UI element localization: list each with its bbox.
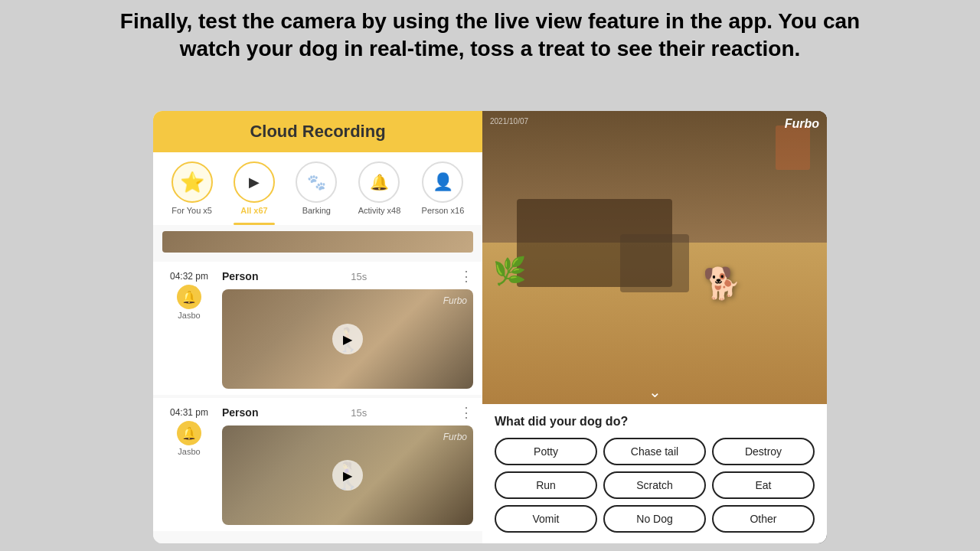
recording-item-1: 04:32 pm 🔔 Jasbo Person 15s ⋮ 🚶 xyxy=(153,262,482,395)
for-you-icon-circle: ⭐ xyxy=(172,161,213,203)
person-icon: 👤 xyxy=(433,172,453,192)
decor-item xyxy=(776,126,810,169)
all-icon-circle: ▶ xyxy=(234,161,275,203)
user-icon-2: 🔔 xyxy=(177,421,201,445)
recording-content-1: Person 15s ⋮ 🚶 Furbo ▶ xyxy=(222,268,473,389)
play-button-2[interactable]: ▶ xyxy=(332,460,363,491)
more-options-2[interactable]: ⋮ xyxy=(459,404,473,421)
recording-user-1: Jasbo xyxy=(178,311,200,320)
main-container: Cloud Recording ⭐ For You x5 ▶ All x67 xyxy=(153,111,827,543)
top-partial-thumbnail xyxy=(153,231,482,262)
recording-type-2: Person xyxy=(222,406,258,419)
datetime-overlay: 2021/10/07 xyxy=(490,117,528,126)
recording-type-1: Person xyxy=(222,270,258,282)
recording-user-2: Jasbo xyxy=(178,447,200,456)
filter-person[interactable]: 👤 Person x16 xyxy=(422,161,465,225)
activity-chase-tail[interactable]: Chase tail xyxy=(603,438,706,465)
filter-for-you-label: For You x5 xyxy=(172,206,212,215)
activity-row-2: Run Scratch Eat xyxy=(495,471,815,499)
person-icon-circle: 👤 xyxy=(422,161,463,203)
recording-thumbnail-2[interactable]: 🚶‍♀️ Furbo ▶ xyxy=(222,425,473,525)
cloud-recording-header: Cloud Recording xyxy=(153,111,482,152)
star-icon: ⭐ xyxy=(180,171,204,194)
activity-potty[interactable]: Potty xyxy=(495,438,597,465)
play-icon: ▶ xyxy=(249,174,260,191)
live-view-area: 🐕 🌿 Furbo 2021/10/07 ⌄ xyxy=(482,111,827,404)
top-banner: Finally, test the camera by using the li… xyxy=(8,8,972,64)
activity-buttons: Potty Chase tail Destroy Run Scratch Eat… xyxy=(495,438,815,533)
top-text-line2: watch your dog in real-time, toss a trea… xyxy=(180,37,801,60)
right-panel: 🐕 🌿 Furbo 2021/10/07 ⌄ What did your dog… xyxy=(482,111,827,543)
activity-icon: 🔔 xyxy=(370,173,389,191)
dog-activity-panel: What did your dog do? Potty Chase tail D… xyxy=(482,404,827,543)
dog-silhouette: 🐕 xyxy=(703,266,741,302)
recording-meta-1: Person 15s ⋮ xyxy=(222,268,473,285)
activity-scratch[interactable]: Scratch xyxy=(603,471,706,499)
recording-meta-2: Person 15s ⋮ xyxy=(222,404,473,421)
barking-icon-circle: 🐾 xyxy=(296,161,337,203)
recording-time-1: 04:32 pm xyxy=(170,271,208,282)
activity-vomit[interactable]: Vomit xyxy=(495,505,597,533)
activity-row-1: Potty Chase tail Destroy xyxy=(495,438,815,465)
recording-duration-1: 15s xyxy=(351,271,367,282)
activity-other[interactable]: Other xyxy=(712,505,815,533)
filter-for-you[interactable]: ⭐ For You x5 xyxy=(172,161,213,225)
cloud-recording-title: Cloud Recording xyxy=(250,122,385,141)
left-panel: Cloud Recording ⭐ For You x5 ▶ All x67 xyxy=(153,111,482,543)
filter-barking-label: Barking xyxy=(302,206,331,215)
user-icon-1: 🔔 xyxy=(177,285,201,309)
partial-thumb xyxy=(162,231,473,253)
furbo-watermark-1: Furbo xyxy=(443,295,467,306)
activity-eat[interactable]: Eat xyxy=(712,471,815,499)
furbo-watermark-2: Furbo xyxy=(443,432,467,442)
activity-destroy[interactable]: Destroy xyxy=(712,438,815,465)
activity-no-dog[interactable]: No Dog xyxy=(603,505,706,533)
filter-all[interactable]: ▶ All x67 xyxy=(234,161,275,225)
furbo-brand: Furbo xyxy=(785,117,819,131)
recording-time-block-1: 04:32 pm 🔔 Jasbo xyxy=(162,268,216,320)
filter-row: ⭐ For You x5 ▶ All x67 🐾 Barking xyxy=(153,152,482,225)
filter-barking[interactable]: 🐾 Barking xyxy=(296,161,337,225)
play-button-1[interactable]: ▶ xyxy=(332,324,363,354)
top-text-line1: Finally, test the camera by using the li… xyxy=(120,9,860,33)
recording-time-2: 04:31 pm xyxy=(170,407,208,418)
recording-content-2: Person 15s ⋮ 🚶‍♀️ Furbo ▶ xyxy=(222,404,473,525)
recording-duration-2: 15s xyxy=(351,407,367,419)
user-avatar-icon-2: 🔔 xyxy=(181,426,197,441)
recording-time-block-2: 04:31 pm 🔔 Jasbo xyxy=(162,404,216,456)
barking-icon: 🐾 xyxy=(307,173,326,191)
activity-row-3: Vomit No Dog Other xyxy=(495,505,815,533)
more-options-1[interactable]: ⋮ xyxy=(459,268,473,285)
filter-person-label: Person x16 xyxy=(422,206,465,215)
filter-activity[interactable]: 🔔 Activity x48 xyxy=(358,161,401,225)
activity-run[interactable]: Run xyxy=(495,471,597,499)
recording-list: 04:32 pm 🔔 Jasbo Person 15s ⋮ 🚶 xyxy=(153,225,482,543)
user-avatar-icon-1: 🔔 xyxy=(181,290,197,305)
room-scene: 🐕 🌿 xyxy=(482,111,827,404)
activity-question: What did your dog do? xyxy=(495,415,815,429)
filter-activity-label: Activity x48 xyxy=(358,206,401,215)
table-decor xyxy=(620,234,689,293)
activity-icon-circle: 🔔 xyxy=(358,161,400,203)
chevron-down-icon[interactable]: ⌄ xyxy=(648,383,662,401)
plant-silhouette: 🌿 xyxy=(493,256,527,287)
recording-thumbnail-1[interactable]: 🚶 Furbo ▶ xyxy=(222,289,473,389)
filter-all-label: All x67 xyxy=(240,206,267,215)
recording-item-2: 04:31 pm 🔔 Jasbo Person 15s ⋮ 🚶‍♀️ xyxy=(153,398,482,531)
